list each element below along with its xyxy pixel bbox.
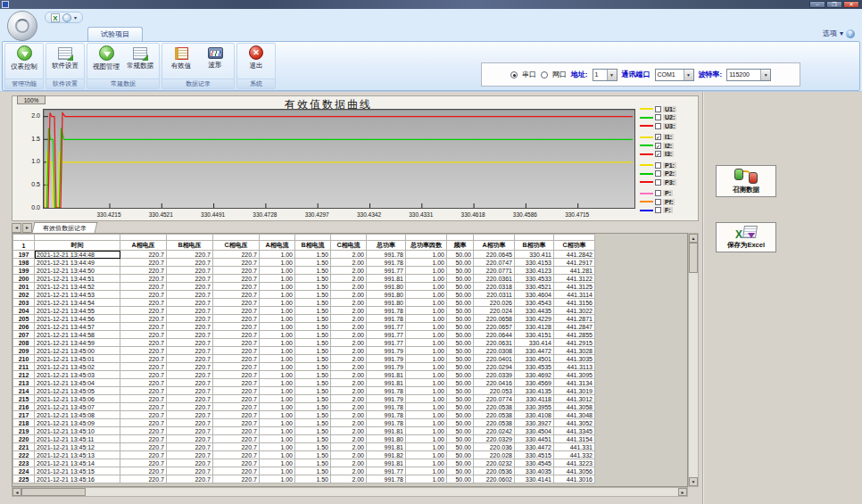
cell[interactable]: 2.00 <box>331 387 367 395</box>
column-header[interactable]: A相电压 <box>120 241 167 251</box>
cell[interactable]: 991.78 <box>367 411 406 419</box>
cell[interactable]: 330.4118 <box>515 395 554 403</box>
cell[interactable]: 220.7 <box>120 267 167 275</box>
cell[interactable]: 1.00 <box>260 347 295 355</box>
cell[interactable]: 1.00 <box>260 379 295 387</box>
cell[interactable]: 220.7 <box>213 467 260 475</box>
cell[interactable]: 2.00 <box>331 355 367 363</box>
cell[interactable]: 220.7 <box>167 299 213 307</box>
cell[interactable]: 220.7 <box>213 475 260 483</box>
cell[interactable]: 214 <box>13 387 35 395</box>
cell[interactable]: 441.3113 <box>554 363 595 371</box>
cell[interactable]: 441.332 <box>554 451 595 459</box>
cell[interactable]: 2.00 <box>331 363 367 371</box>
cell[interactable]: 2.00 <box>331 379 367 387</box>
cell[interactable]: 441.3019 <box>554 387 595 395</box>
cell[interactable]: 1.50 <box>295 443 331 451</box>
cell[interactable]: 441.331 <box>554 443 595 451</box>
cell[interactable]: 330.4543 <box>515 299 554 307</box>
cell[interactable]: 220.7 <box>213 451 260 459</box>
cell[interactable]: 2021-12-21 13:45:08 <box>35 411 120 419</box>
cell[interactable]: 1.00 <box>260 475 295 483</box>
cell[interactable]: 1.00 <box>406 371 447 379</box>
cell[interactable]: 220.0311 <box>474 291 515 299</box>
cell[interactable]: 222 <box>13 451 35 459</box>
cell[interactable]: 50.00 <box>447 403 474 411</box>
cell[interactable]: 50.00 <box>447 475 474 483</box>
cell[interactable]: 220.7 <box>213 459 260 467</box>
cell[interactable]: 220.7 <box>213 363 260 371</box>
cell[interactable]: 1.00 <box>406 387 447 395</box>
exit-button[interactable]: ✕ 退出 <box>239 45 273 70</box>
cell[interactable]: 220.7 <box>213 339 260 347</box>
cell[interactable]: 50.00 <box>447 251 474 259</box>
cell[interactable]: 2021-12-21 13:45:05 <box>35 387 120 395</box>
cell[interactable]: 1.00 <box>260 451 295 459</box>
cell[interactable]: 441.2855 <box>554 331 595 339</box>
cell[interactable]: 1.00 <box>406 427 447 435</box>
chevron-down-icon[interactable]: ▼ <box>684 70 693 80</box>
cell[interactable]: 330.4472 <box>515 443 554 451</box>
column-header[interactable]: A相电流 <box>260 241 295 251</box>
cell[interactable]: 330.3927 <box>515 419 554 427</box>
cell[interactable]: 220.7 <box>120 467 167 475</box>
cell[interactable]: 441.3156 <box>554 299 595 307</box>
cell[interactable]: 220.053 <box>474 387 515 395</box>
cell[interactable]: 330.4229 <box>515 315 554 323</box>
cell[interactable]: 2021-12-21 13:45:06 <box>35 395 120 403</box>
cell[interactable]: 50.00 <box>447 451 474 459</box>
cell[interactable]: 330.4135 <box>515 387 554 395</box>
cell[interactable]: 1.00 <box>260 403 295 411</box>
legend-checkbox[interactable]: ✓ <box>655 143 661 149</box>
cell[interactable]: 991.80 <box>367 283 406 291</box>
cell[interactable]: 220.7 <box>167 315 213 323</box>
cell[interactable]: 220.0536 <box>474 467 515 475</box>
cell[interactable]: 220.7 <box>120 323 167 331</box>
cell[interactable]: 220.7 <box>120 475 167 483</box>
cell[interactable]: 209 <box>13 347 35 355</box>
cell[interactable]: 1.50 <box>295 387 331 395</box>
cell[interactable]: 1.50 <box>295 307 331 315</box>
cell[interactable]: 1.00 <box>260 419 295 427</box>
cell[interactable]: 50.00 <box>447 459 474 467</box>
cell[interactable]: 991.77 <box>367 467 406 475</box>
cell[interactable]: 2.00 <box>331 299 367 307</box>
cell[interactable]: 205 <box>13 315 35 323</box>
cell[interactable]: 1.00 <box>406 331 447 339</box>
application-menu-button[interactable] <box>7 11 37 41</box>
cell[interactable]: 2.00 <box>331 251 367 259</box>
cell[interactable]: 220.7 <box>120 355 167 363</box>
cell[interactable]: 441.3056 <box>554 467 595 475</box>
cell[interactable]: 330.4692 <box>515 371 554 379</box>
cell[interactable]: 201 <box>13 283 35 291</box>
cell[interactable]: 1.50 <box>295 419 331 427</box>
cell[interactable]: 2.00 <box>331 459 367 467</box>
cell[interactable]: 1.00 <box>406 475 447 483</box>
cell[interactable]: 991.81 <box>367 371 406 379</box>
cell[interactable]: 1.00 <box>406 267 447 275</box>
cell[interactable]: 441.3095 <box>554 371 595 379</box>
cell[interactable]: 220.7 <box>167 347 213 355</box>
chevron-down-icon[interactable]: ▾ <box>74 14 77 21</box>
cell[interactable]: 1.00 <box>260 395 295 403</box>
cell[interactable]: 220.7 <box>120 395 167 403</box>
cell[interactable]: 2.00 <box>331 339 367 347</box>
cell[interactable]: 50.00 <box>447 387 474 395</box>
cell[interactable]: 2021-12-21 13:45:10 <box>35 427 120 435</box>
cell[interactable]: 1.00 <box>406 395 447 403</box>
cell[interactable]: 1.00 <box>406 275 447 283</box>
cell[interactable]: 1.50 <box>295 451 331 459</box>
cell[interactable]: 1.00 <box>406 291 447 299</box>
cell[interactable]: 991.81 <box>367 427 406 435</box>
column-header[interactable]: A相功率 <box>474 241 515 251</box>
cell[interactable]: 220.7 <box>213 331 260 339</box>
cell[interactable]: 991.79 <box>367 347 406 355</box>
cell[interactable]: 1.00 <box>406 443 447 451</box>
cell[interactable]: 220.7 <box>120 443 167 451</box>
cell[interactable]: 2.00 <box>331 371 367 379</box>
cell[interactable]: 2.00 <box>331 467 367 475</box>
cell[interactable]: 215 <box>13 395 35 403</box>
cell[interactable]: 220.7 <box>213 355 260 363</box>
cell[interactable]: 2021-12-21 13:44:53 <box>35 291 120 299</box>
cell[interactable]: 330.411 <box>515 251 554 259</box>
